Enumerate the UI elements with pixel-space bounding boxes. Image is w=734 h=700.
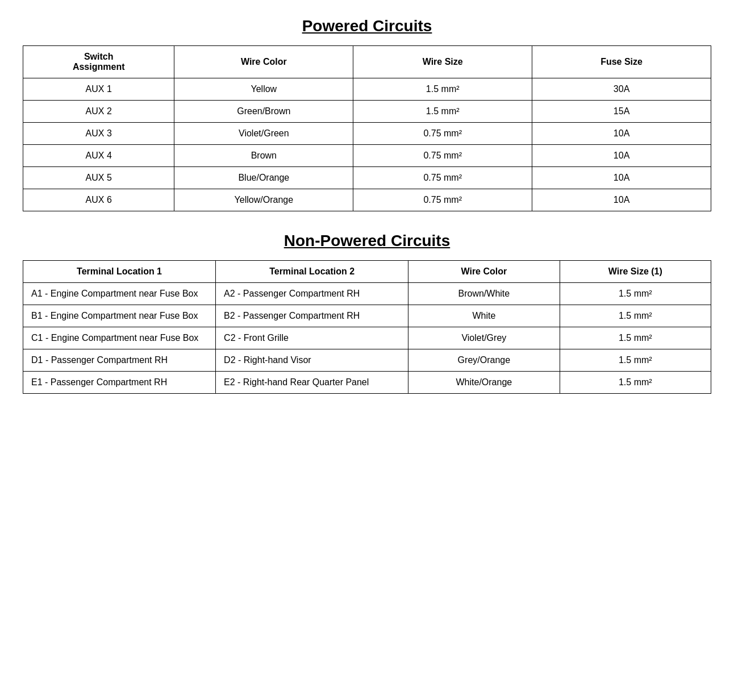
table-cell: Brown/White <box>408 283 560 305</box>
table-cell: 15A <box>532 101 711 123</box>
table-cell: 1.5 mm² <box>353 101 532 123</box>
table-row: E1 - Passenger Compartment RHE2 - Right-… <box>23 372 711 394</box>
table-cell: Blue/Orange <box>174 167 353 189</box>
table-cell: 0.75 mm² <box>353 189 532 211</box>
powered-circuits-title: Powered Circuits <box>23 17 711 35</box>
table-cell: E1 - Passenger Compartment RH <box>23 372 216 394</box>
table-cell: Violet/Green <box>174 123 353 145</box>
table-cell: C1 - Engine Compartment near Fuse Box <box>23 327 216 349</box>
table-cell: D1 - Passenger Compartment RH <box>23 349 216 372</box>
table-cell: 10A <box>532 189 711 211</box>
table-cell: A2 - Passenger Compartment RH <box>216 283 408 305</box>
table-cell: B1 - Engine Compartment near Fuse Box <box>23 305 216 327</box>
table-row: AUX 4Brown0.75 mm²10A <box>23 145 711 167</box>
table-cell: AUX 5 <box>23 167 174 189</box>
table-row: AUX 5Blue/Orange0.75 mm²10A <box>23 167 711 189</box>
table-row: A1 - Engine Compartment near Fuse BoxA2 … <box>23 283 711 305</box>
powered-header-wire-color: Wire Color <box>174 46 353 78</box>
table-cell: Green/Brown <box>174 101 353 123</box>
nonpowered-header-wire-size: Wire Size (1) <box>560 261 711 283</box>
table-row: AUX 3Violet/Green0.75 mm²10A <box>23 123 711 145</box>
table-cell: AUX 3 <box>23 123 174 145</box>
table-cell: 1.5 mm² <box>560 372 711 394</box>
powered-table-header-row: SwitchAssignment Wire Color Wire Size Fu… <box>23 46 711 78</box>
table-cell: 30A <box>532 78 711 101</box>
table-cell: B2 - Passenger Compartment RH <box>216 305 408 327</box>
nonpowered-header-wire-color: Wire Color <box>408 261 560 283</box>
table-cell: E2 - Right-hand Rear Quarter Panel <box>216 372 408 394</box>
nonpowered-circuits-table: Terminal Location 1 Terminal Location 2 … <box>23 260 711 394</box>
powered-header-wire-size: Wire Size <box>353 46 532 78</box>
table-cell: 0.75 mm² <box>353 145 532 167</box>
table-cell: 0.75 mm² <box>353 123 532 145</box>
powered-header-fuse-size: Fuse Size <box>532 46 711 78</box>
table-cell: D2 - Right-hand Visor <box>216 349 408 372</box>
table-cell: White/Orange <box>408 372 560 394</box>
table-cell: Violet/Grey <box>408 327 560 349</box>
nonpowered-circuits-title: Non-Powered Circuits <box>23 232 711 250</box>
table-cell: 10A <box>532 123 711 145</box>
table-cell: AUX 6 <box>23 189 174 211</box>
table-cell: Yellow/Orange <box>174 189 353 211</box>
table-cell: 1.5 mm² <box>560 305 711 327</box>
table-cell: AUX 1 <box>23 78 174 101</box>
table-cell: Yellow <box>174 78 353 101</box>
table-row: D1 - Passenger Compartment RHD2 - Right-… <box>23 349 711 372</box>
table-cell: White <box>408 305 560 327</box>
nonpowered-table-header-row: Terminal Location 1 Terminal Location 2 … <box>23 261 711 283</box>
table-cell: 1.5 mm² <box>560 283 711 305</box>
table-row: C1 - Engine Compartment near Fuse BoxC2 … <box>23 327 711 349</box>
table-cell: C2 - Front Grille <box>216 327 408 349</box>
table-row: AUX 6Yellow/Orange0.75 mm²10A <box>23 189 711 211</box>
table-cell: 0.75 mm² <box>353 167 532 189</box>
table-cell: 10A <box>532 167 711 189</box>
nonpowered-header-terminal-2: Terminal Location 2 <box>216 261 408 283</box>
table-cell: 1.5 mm² <box>560 349 711 372</box>
table-row: AUX 1Yellow1.5 mm²30A <box>23 78 711 101</box>
nonpowered-header-terminal-1: Terminal Location 1 <box>23 261 216 283</box>
table-cell: 1.5 mm² <box>560 327 711 349</box>
table-cell: AUX 2 <box>23 101 174 123</box>
powered-header-switch-assignment: SwitchAssignment <box>23 46 174 78</box>
table-row: B1 - Engine Compartment near Fuse BoxB2 … <box>23 305 711 327</box>
powered-circuits-table: SwitchAssignment Wire Color Wire Size Fu… <box>23 45 711 211</box>
table-cell: AUX 4 <box>23 145 174 167</box>
table-cell: 10A <box>532 145 711 167</box>
table-cell: Grey/Orange <box>408 349 560 372</box>
table-row: AUX 2Green/Brown1.5 mm²15A <box>23 101 711 123</box>
table-cell: A1 - Engine Compartment near Fuse Box <box>23 283 216 305</box>
table-cell: 1.5 mm² <box>353 78 532 101</box>
table-cell: Brown <box>174 145 353 167</box>
